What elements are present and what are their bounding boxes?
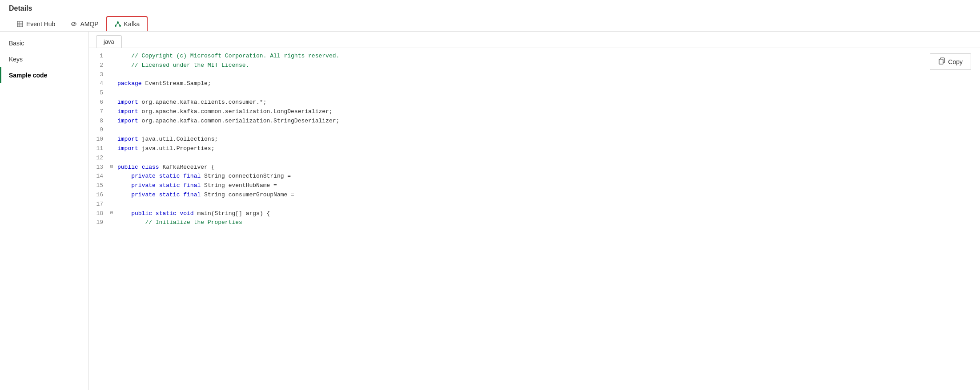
sidebar-item-basic[interactable]: Basic bbox=[0, 35, 88, 51]
fold-icon-13[interactable]: ⊟ bbox=[110, 163, 116, 171]
svg-line-7 bbox=[116, 23, 118, 25]
code-line-14: 14 private static final String connectio… bbox=[89, 172, 953, 181]
content-area: java Copy 1 bbox=[89, 32, 980, 390]
language-tabs: java bbox=[89, 32, 980, 48]
page-title: Details bbox=[9, 4, 971, 12]
code-line-1: 1 // Copyright (c) Microsoft Corporation… bbox=[89, 52, 953, 61]
code-line-17: 17 bbox=[89, 200, 953, 209]
main-layout: Basic Keys Sample code java bbox=[0, 32, 980, 390]
svg-point-5 bbox=[115, 25, 116, 27]
tab-kafka-label: Kafka bbox=[124, 20, 140, 28]
code-line-8: 8 import org.apache.kafka.common.seriali… bbox=[89, 117, 953, 126]
copy-icon bbox=[938, 57, 945, 66]
kafka-icon bbox=[114, 20, 121, 28]
sidebar: Basic Keys Sample code bbox=[0, 32, 89, 390]
svg-point-4 bbox=[117, 21, 119, 23]
code-line-11: 11 import java.util.Properties; bbox=[89, 144, 953, 154]
svg-line-8 bbox=[118, 23, 120, 25]
svg-rect-10 bbox=[939, 59, 943, 64]
code-line-7: 7 import org.apache.kafka.common.seriali… bbox=[89, 107, 953, 117]
sidebar-keys-label: Keys bbox=[9, 56, 23, 63]
tab-amqp-label: AMQP bbox=[80, 20, 98, 28]
sidebar-item-keys[interactable]: Keys bbox=[0, 51, 88, 67]
lang-tab-java-label: java bbox=[104, 38, 114, 45]
copy-label: Copy bbox=[948, 58, 963, 65]
code-line-4: 4 package EventStream.Sample; bbox=[89, 79, 953, 89]
top-bar-tabs: Event Hub AMQP bbox=[9, 16, 971, 31]
tab-amqp[interactable]: AMQP bbox=[63, 16, 106, 31]
tab-event-hub-label: Event Hub bbox=[26, 20, 55, 28]
code-line-15: 15 private static final String eventHubN… bbox=[89, 181, 953, 191]
fold-icon-18[interactable]: ⊟ bbox=[110, 209, 116, 217]
code-line-6: 6 import org.apache.kafka.clients.consum… bbox=[89, 98, 953, 107]
copy-button[interactable]: Copy bbox=[930, 53, 971, 70]
code-line-5: 5 bbox=[89, 89, 953, 98]
svg-point-6 bbox=[119, 25, 121, 27]
code-line-9: 9 bbox=[89, 126, 953, 135]
code-line-10: 10 import java.util.Collections; bbox=[89, 135, 953, 144]
top-bar: Details Event Hub bbox=[0, 0, 980, 32]
sidebar-item-sample-code[interactable]: Sample code bbox=[0, 67, 88, 83]
code-wrapper: Copy 1 // Copyright (c) Microsoft Corpor… bbox=[89, 48, 980, 390]
sidebar-sample-code-label: Sample code bbox=[9, 72, 47, 79]
lang-tab-java[interactable]: java bbox=[96, 35, 122, 48]
code-block: 1 // Copyright (c) Microsoft Corporation… bbox=[89, 48, 980, 390]
tab-event-hub[interactable]: Event Hub bbox=[9, 16, 63, 31]
code-line-18: 18 ⊟ public static void main(String[] ar… bbox=[89, 209, 953, 219]
code-line-12: 12 bbox=[89, 154, 953, 163]
tab-kafka[interactable]: Kafka bbox=[106, 16, 148, 31]
svg-rect-0 bbox=[17, 21, 23, 27]
code-line-3: 3 bbox=[89, 70, 953, 80]
link-icon bbox=[70, 20, 77, 28]
code-line-13: 13 ⊟ public class KafkaReceiver { bbox=[89, 163, 953, 172]
code-line-2: 2 // Licensed under the MIT License. bbox=[89, 61, 953, 70]
sidebar-basic-label: Basic bbox=[9, 40, 24, 47]
code-line-19: 19 // Initialize the Properties bbox=[89, 218, 953, 228]
app-container: Details Event Hub bbox=[0, 0, 980, 390]
table-icon bbox=[16, 20, 24, 28]
code-line-16: 16 private static final String consumerG… bbox=[89, 191, 953, 200]
